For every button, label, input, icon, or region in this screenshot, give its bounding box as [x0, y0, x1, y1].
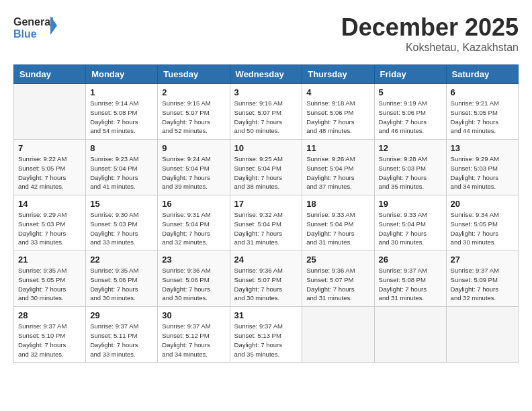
- day-info: Sunrise: 9:26 AMSunset: 5:04 PMDaylight:…: [306, 154, 369, 191]
- day-info: Sunrise: 9:37 AMSunset: 5:11 PMDaylight:…: [90, 322, 153, 359]
- day-number: 9: [162, 143, 225, 153]
- calendar-table: SundayMondayTuesdayWednesdayThursdayFrid…: [13, 64, 519, 363]
- month-year-title: December 2025: [341, 13, 519, 42]
- day-number: 27: [451, 255, 514, 265]
- day-number: 24: [234, 255, 298, 265]
- calendar-cell: 16Sunrise: 9:31 AMSunset: 5:04 PMDayligh…: [158, 195, 230, 251]
- calendar-cell: 17Sunrise: 9:32 AMSunset: 5:04 PMDayligh…: [230, 195, 302, 251]
- day-of-week-header: Thursday: [302, 65, 374, 84]
- day-number: 23: [162, 255, 225, 265]
- calendar-cell: 25Sunrise: 9:36 AMSunset: 5:07 PMDayligh…: [302, 251, 374, 307]
- day-number: 20: [451, 199, 514, 209]
- calendar-cell: 21Sunrise: 9:35 AMSunset: 5:05 PMDayligh…: [14, 251, 86, 307]
- day-info: Sunrise: 9:16 AMSunset: 5:07 PMDaylight:…: [234, 99, 298, 136]
- day-number: 26: [379, 255, 442, 265]
- day-info: Sunrise: 9:24 AMSunset: 5:04 PMDaylight:…: [162, 154, 225, 191]
- calendar-cell: 23Sunrise: 9:36 AMSunset: 5:06 PMDayligh…: [158, 251, 230, 307]
- calendar-cell: 22Sunrise: 9:35 AMSunset: 5:06 PMDayligh…: [86, 251, 158, 307]
- calendar-cell: 31Sunrise: 9:37 AMSunset: 5:13 PMDayligh…: [230, 307, 302, 363]
- day-info: Sunrise: 9:37 AMSunset: 5:12 PMDaylight:…: [162, 322, 225, 359]
- day-info: Sunrise: 9:31 AMSunset: 5:04 PMDaylight:…: [162, 210, 225, 247]
- day-number: 21: [18, 255, 81, 265]
- calendar-header-row: SundayMondayTuesdayWednesdayThursdayFrid…: [14, 65, 519, 84]
- day-info: Sunrise: 9:37 AMSunset: 5:08 PMDaylight:…: [379, 266, 442, 303]
- day-number: 16: [162, 199, 225, 209]
- calendar-cell: [374, 307, 446, 363]
- calendar-week-row: 1Sunrise: 9:14 AMSunset: 5:08 PMDaylight…: [14, 84, 519, 140]
- calendar-cell: 1Sunrise: 9:14 AMSunset: 5:08 PMDaylight…: [86, 84, 158, 140]
- title-block: December 2025 Kokshetau, Kazakhstan: [341, 13, 519, 54]
- calendar-week-row: 28Sunrise: 9:37 AMSunset: 5:10 PMDayligh…: [14, 307, 519, 363]
- calendar-cell: 29Sunrise: 9:37 AMSunset: 5:11 PMDayligh…: [86, 307, 158, 363]
- day-info: Sunrise: 9:34 AMSunset: 5:05 PMDaylight:…: [451, 210, 514, 247]
- day-of-week-header: Wednesday: [230, 65, 302, 84]
- day-number: 5: [379, 87, 442, 97]
- calendar-cell: 12Sunrise: 9:28 AMSunset: 5:03 PMDayligh…: [374, 140, 446, 195]
- calendar-cell: 19Sunrise: 9:33 AMSunset: 5:04 PMDayligh…: [374, 195, 446, 251]
- calendar-cell: 10Sunrise: 9:25 AMSunset: 5:04 PMDayligh…: [230, 140, 302, 195]
- day-info: Sunrise: 9:37 AMSunset: 5:09 PMDaylight:…: [451, 266, 514, 303]
- day-of-week-header: Sunday: [14, 65, 86, 84]
- day-info: Sunrise: 9:35 AMSunset: 5:06 PMDaylight:…: [90, 266, 153, 303]
- calendar-week-row: 21Sunrise: 9:35 AMSunset: 5:05 PMDayligh…: [14, 251, 519, 307]
- day-info: Sunrise: 9:29 AMSunset: 5:03 PMDaylight:…: [451, 154, 514, 191]
- day-number: 29: [90, 310, 153, 320]
- day-info: Sunrise: 9:30 AMSunset: 5:03 PMDaylight:…: [90, 210, 153, 247]
- day-number: 6: [451, 87, 514, 97]
- day-of-week-header: Friday: [374, 65, 446, 84]
- day-info: Sunrise: 9:35 AMSunset: 5:05 PMDaylight:…: [18, 266, 81, 303]
- calendar-cell: 18Sunrise: 9:33 AMSunset: 5:04 PMDayligh…: [302, 195, 374, 251]
- day-number: 14: [18, 199, 81, 209]
- calendar-week-row: 14Sunrise: 9:29 AMSunset: 5:03 PMDayligh…: [14, 195, 519, 251]
- day-info: Sunrise: 9:22 AMSunset: 5:05 PMDaylight:…: [18, 154, 81, 191]
- day-info: Sunrise: 9:19 AMSunset: 5:06 PMDaylight:…: [379, 99, 442, 136]
- day-number: 12: [379, 143, 442, 153]
- calendar-cell: 5Sunrise: 9:19 AMSunset: 5:06 PMDaylight…: [374, 84, 446, 140]
- day-info: Sunrise: 9:23 AMSunset: 5:04 PMDaylight:…: [90, 154, 153, 191]
- calendar-week-row: 7Sunrise: 9:22 AMSunset: 5:05 PMDaylight…: [14, 140, 519, 195]
- day-number: 3: [234, 87, 298, 97]
- day-number: 25: [306, 255, 369, 265]
- calendar-cell: 30Sunrise: 9:37 AMSunset: 5:12 PMDayligh…: [158, 307, 230, 363]
- calendar-cell: 9Sunrise: 9:24 AMSunset: 5:04 PMDaylight…: [158, 140, 230, 195]
- day-info: Sunrise: 9:37 AMSunset: 5:10 PMDaylight:…: [18, 322, 81, 359]
- day-number: 18: [306, 199, 369, 209]
- day-number: 2: [162, 87, 225, 97]
- day-info: Sunrise: 9:36 AMSunset: 5:07 PMDaylight:…: [306, 266, 369, 303]
- day-info: Sunrise: 9:32 AMSunset: 5:04 PMDaylight:…: [234, 210, 298, 247]
- calendar-cell: 7Sunrise: 9:22 AMSunset: 5:05 PMDaylight…: [14, 140, 86, 195]
- day-info: Sunrise: 9:33 AMSunset: 5:04 PMDaylight:…: [306, 210, 369, 247]
- day-info: Sunrise: 9:28 AMSunset: 5:03 PMDaylight:…: [379, 154, 442, 191]
- day-info: Sunrise: 9:37 AMSunset: 5:13 PMDaylight:…: [234, 322, 298, 359]
- svg-text:Blue: Blue: [13, 28, 37, 40]
- day-number: 30: [162, 310, 225, 320]
- calendar-cell: 14Sunrise: 9:29 AMSunset: 5:03 PMDayligh…: [14, 195, 86, 251]
- calendar-cell: 6Sunrise: 9:21 AMSunset: 5:05 PMDaylight…: [446, 84, 518, 140]
- location-subtitle: Kokshetau, Kazakhstan: [341, 42, 519, 54]
- calendar-cell: 24Sunrise: 9:36 AMSunset: 5:07 PMDayligh…: [230, 251, 302, 307]
- calendar-cell: [302, 307, 374, 363]
- calendar-cell: 2Sunrise: 9:15 AMSunset: 5:07 PMDaylight…: [158, 84, 230, 140]
- calendar-cell: 26Sunrise: 9:37 AMSunset: 5:08 PMDayligh…: [374, 251, 446, 307]
- day-number: 15: [90, 199, 153, 209]
- day-of-week-header: Saturday: [446, 65, 518, 84]
- calendar-cell: 28Sunrise: 9:37 AMSunset: 5:10 PMDayligh…: [14, 307, 86, 363]
- day-number: 11: [306, 143, 369, 153]
- calendar-cell: 15Sunrise: 9:30 AMSunset: 5:03 PMDayligh…: [86, 195, 158, 251]
- day-number: 31: [234, 310, 298, 320]
- page-header: GeneralBlue December 2025 Kokshetau, Kaz…: [13, 13, 519, 54]
- day-number: 4: [306, 87, 369, 97]
- day-number: 8: [90, 143, 153, 153]
- day-number: 1: [90, 87, 153, 97]
- day-info: Sunrise: 9:33 AMSunset: 5:04 PMDaylight:…: [379, 210, 442, 247]
- logo-icon: GeneralBlue: [13, 13, 60, 43]
- calendar-cell: 8Sunrise: 9:23 AMSunset: 5:04 PMDaylight…: [86, 140, 158, 195]
- day-number: 10: [234, 143, 298, 153]
- day-of-week-header: Monday: [86, 65, 158, 84]
- svg-marker-2: [50, 16, 57, 35]
- calendar-cell: 11Sunrise: 9:26 AMSunset: 5:04 PMDayligh…: [302, 140, 374, 195]
- calendar-cell: 20Sunrise: 9:34 AMSunset: 5:05 PMDayligh…: [446, 195, 518, 251]
- day-number: 28: [18, 310, 81, 320]
- calendar-cell: 4Sunrise: 9:18 AMSunset: 5:06 PMDaylight…: [302, 84, 374, 140]
- day-info: Sunrise: 9:18 AMSunset: 5:06 PMDaylight:…: [306, 99, 369, 136]
